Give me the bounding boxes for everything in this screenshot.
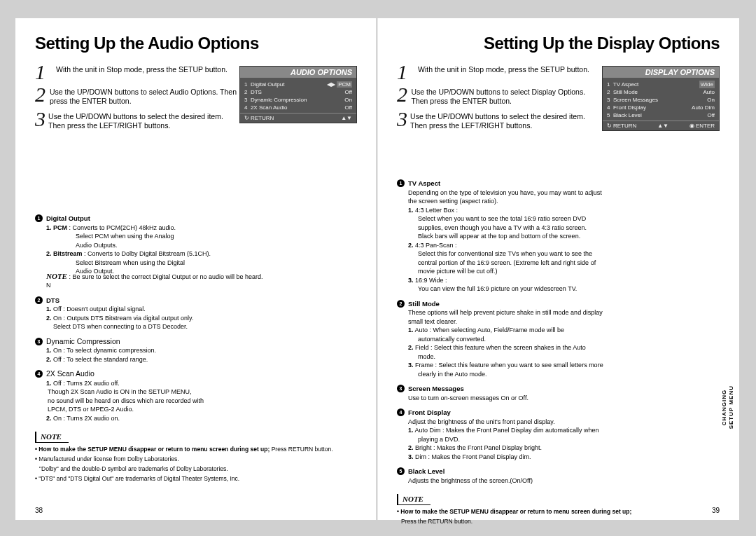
item-head: Dynamic Compression <box>46 338 357 346</box>
bullet-4-icon: 4 <box>397 408 405 416</box>
detail-item: 4 2X Scan Audio 1. Off : Turns 2X audio … <box>35 370 357 423</box>
item-head: TV Aspect <box>408 179 720 188</box>
item-head: DTS <box>46 296 357 305</box>
page-left: Setting Up the Audio Options 1With the u… <box>15 18 377 520</box>
note-line: • How to make the SETUP MENU disappear o… <box>397 508 720 516</box>
item-head: Still Mode <box>408 300 720 308</box>
item-head: Screen Messages <box>408 385 720 393</box>
side-tab: CHANGINGSETUP MENU <box>721 385 735 429</box>
note-line: Press the RETURN button. <box>397 518 720 525</box>
page-number: 38 <box>35 507 43 514</box>
page-number: 39 <box>712 507 720 514</box>
page-spread: Setting Up the Audio Options 1With the u… <box>15 18 739 520</box>
detail-item: 3 Screen Messages Use to turn on-screen … <box>397 385 720 403</box>
steps-list: 1With the unit in Stop mode, press the S… <box>35 63 238 130</box>
osd-row: 1 TV AspectWide <box>607 81 715 88</box>
detail-item: 2 DTS 1. Off : Doesn't output digital si… <box>35 296 357 332</box>
return-icon: ↻ RETURN <box>607 123 636 129</box>
steps-list: 1With the unit in Stop mode, press the S… <box>397 63 600 130</box>
bullet-2-icon: 2 <box>397 300 405 308</box>
bullet-3-icon: 3 <box>397 385 405 392</box>
step: 2Use the UP/DOWN buttons to select Displ… <box>397 85 600 106</box>
page-right: Setting Up the Display Options 1With the… <box>377 18 739 520</box>
detail-item: 2 Still Mode These options will help pre… <box>397 300 720 380</box>
notes: • How to make the SETUP MENU disappear o… <box>397 508 720 525</box>
osd-body: 1 TV AspectWide 2 Still ModeAuto 3 Scree… <box>603 78 719 121</box>
osd-row: 1 Digital Output◀▶ PCM <box>244 81 352 88</box>
note-line: "Dolby" and the double-D symbol are trad… <box>35 465 357 473</box>
osd-display-options: DISPLAY OPTIONS 1 TV AspectWide 2 Still … <box>602 66 720 131</box>
bullet-1-icon: 1 <box>397 179 405 187</box>
page-title: Setting Up the Audio Options <box>35 34 357 53</box>
nav-arrows-icon: ▲▼ <box>341 115 352 121</box>
detail-item: 3 Dynamic Compression 1. On : To select … <box>35 338 357 365</box>
detail-item: 4 Front Display Adjust the brightness of… <box>397 408 720 462</box>
return-icon: ↻ RETURN <box>244 115 274 121</box>
note-line: • How to make the SETUP MENU disappear o… <box>35 446 357 453</box>
detail-item: 1 Digital Output 1. PCM : Converts to PC… <box>35 214 357 291</box>
note-inline: NOTE <box>46 272 67 280</box>
note-box: NOTE <box>35 432 69 443</box>
item-head: Front Display <box>408 408 720 417</box>
enter-icon: ◉ ENTER <box>690 123 715 129</box>
osd-body: 1 Digital Output◀▶ PCM 2 DTSOff 3 Dynami… <box>240 78 356 113</box>
details: 1 TV Aspect Depending on the type of tel… <box>397 179 720 486</box>
osd-row: 2 DTSOff <box>244 88 352 96</box>
step: 1With the unit in Stop mode, press the S… <box>397 63 600 81</box>
detail-item: 5 Black Level Adjusts the brightness of … <box>397 467 720 486</box>
osd-row: 4 2X Scan AudioOff <box>244 104 352 111</box>
bullet-2-icon: 2 <box>35 296 43 304</box>
item-head: Black Level <box>408 467 720 476</box>
osd-footer: ↻ RETURN ▲▼ <box>240 113 356 123</box>
step: 2Use the UP/DOWN buttons to select Audio… <box>35 85 238 106</box>
item-head: Digital Output <box>46 214 357 223</box>
bullet-4-icon: 4 <box>35 370 43 378</box>
osd-audio-options: AUDIO OPTIONS 1 Digital Output◀▶ PCM 2 D… <box>239 66 357 123</box>
osd-row: 5 Black LevelOff <box>607 111 715 119</box>
step: 1With the unit in Stop mode, press the S… <box>35 63 238 81</box>
note-line: • "DTS" and "DTS Digital Out" are tradem… <box>35 475 357 483</box>
bullet-5-icon: 5 <box>397 467 405 475</box>
item-head: 2X Scan Audio <box>46 370 357 378</box>
detail-item: 1 TV Aspect Depending on the type of tel… <box>397 179 720 294</box>
osd-row: 3 Screen MessagesOn <box>607 96 715 104</box>
details: 1 Digital Output 1. PCM : Converts to PC… <box>35 214 357 423</box>
osd-row: 3 Dynamic CompressionOn <box>244 96 352 104</box>
nav-arrows-icon: ▲▼ <box>657 123 668 129</box>
note-box: NOTE <box>397 494 430 505</box>
step: 3Use the UP/DOWN buttons to select the d… <box>397 110 600 130</box>
page-title: Setting Up the Display Options <box>397 34 720 53</box>
step: 3Use the UP/DOWN buttons to select the d… <box>35 110 238 130</box>
note-line: • Manufactured under license from Dolby … <box>35 455 357 463</box>
osd-title: DISPLAY OPTIONS <box>603 67 719 78</box>
bullet-1-icon: 1 <box>35 214 43 222</box>
notes: • How to make the SETUP MENU disappear o… <box>35 446 357 483</box>
osd-row: 4 Front DisplayAuto Dim <box>607 104 715 111</box>
bullet-3-icon: 3 <box>35 338 43 345</box>
osd-row: 2 Still ModeAuto <box>607 88 715 96</box>
osd-footer: ↻ RETURN ▲▼ ◉ ENTER <box>603 121 719 130</box>
osd-title: AUDIO OPTIONS <box>240 67 356 78</box>
